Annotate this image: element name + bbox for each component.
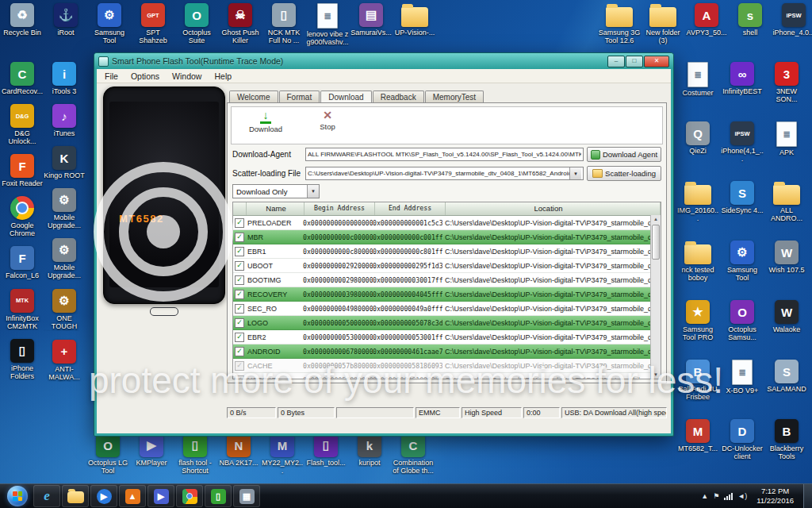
desktop-icon-nck-mtk-full-no[interactable]: ▯NCK MTK Full No ... [263, 3, 304, 46]
taskbar-vlc[interactable]: ▲ [119, 485, 146, 507]
desktop-icon-octoplus-lg-tool[interactable]: OOctoplus LG Tool [87, 433, 128, 475]
row-checkbox[interactable]: ✓ [235, 247, 244, 256]
tab-memorytest[interactable]: MemoryTest [425, 90, 484, 103]
partition-row-uboot[interactable]: ✓UBOOT0x00000000029200000x000000000295f1… [233, 259, 661, 273]
desktop-icon-one-tough-upgrade-s[interactable]: ⚙ONE TOUGH Upgrade-S... [44, 289, 85, 331]
download-agent-button[interactable]: Download Agent [587, 147, 661, 162]
desktop-icon-kingo-root[interactable]: KKingo ROOT [44, 146, 85, 179]
taskbar-windows-explorer[interactable] [62, 485, 89, 507]
maximize-button[interactable]: □ [626, 56, 643, 67]
desktop-icon-shell[interactable]: sshell [730, 3, 771, 44]
taskbar-flash-tool[interactable]: ▯ [205, 485, 232, 507]
scatter-file-field[interactable]: C:\Users\dave\Desktop\UP-Vision-digital-… [305, 167, 584, 180]
row-checkbox[interactable]: ✓ [235, 275, 244, 285]
download-button[interactable]: ↓ Download [243, 110, 289, 133]
scroll-up-icon[interactable]: ▲ [653, 215, 658, 223]
table-scrollbar[interactable]: ▲ ▼ [650, 215, 661, 379]
desktop-icon-anti-malwa-tool[interactable]: +ANTI-MALWA... Tool [44, 340, 85, 382]
partition-row-logo[interactable]: ✓LOGO0x00000000050000000x0000000005078c3… [233, 316, 661, 330]
tab-readback[interactable]: Readback [373, 90, 424, 103]
desktop-icon-samuraivs[interactable]: ▤SamuraiVs... [350, 3, 392, 46]
tab-welcome[interactable]: Welcome [229, 90, 278, 103]
partition-row-mbr[interactable]: ✓MBR0x0000000000c000000x0000000000c001ff… [233, 230, 661, 244]
desktop-icon-sidesync-4[interactable]: SSideSync 4... [722, 181, 763, 241]
partition-row-preloader[interactable]: ✓PRELOADER0x00000000000000000x0000000000… [233, 216, 661, 230]
taskbar-calculator[interactable]: ▦ [233, 485, 260, 507]
taskbar-kmplayer[interactable]: ▶ [147, 485, 174, 507]
mode-dropdown-arrow-icon[interactable]: ▼ [307, 185, 319, 198]
taskbar-media-player[interactable]: ▶ [90, 485, 117, 507]
desktop-icon-nck-tested-boboy[interactable]: nck tested boboy [677, 241, 718, 300]
desktop-icon-dc-unlocker-client[interactable]: DDC-Unlocker client [722, 419, 763, 479]
desktop-icon-walaoke[interactable]: WWalaoke [766, 300, 807, 360]
desktop-icon-lenovo-vibe-z-g900fvashv[interactable]: ≣lenovo vibe z g900fvashv... [307, 3, 348, 46]
volume-icon[interactable]: ◄) [737, 492, 747, 500]
desktop-icon-ghost-push-killer[interactable]: ☠Ghost Push Killer [220, 3, 261, 46]
desktop-icon-infinitybest[interactable]: ∞InfinityBEST [722, 62, 763, 121]
desktop-icon-iroot[interactable]: ⚓iRoot [45, 3, 86, 46]
desktop-icon-samsung-tool[interactable]: ⚙Samsung Tool [89, 3, 130, 46]
desktop-icon-falcon-l6[interactable]: FFalcon_L6 [2, 246, 43, 279]
menu-help[interactable]: Help [208, 71, 238, 82]
desktop-icon-new-folder-3[interactable]: New folder (3) [642, 3, 684, 44]
row-checkbox[interactable]: ✓ [235, 375, 244, 380]
desktop-icon-iphone-4-0[interactable]: iPSWiPhone_4.0... [773, 3, 812, 44]
taskbar-clock[interactable]: 7:12 PM 11/22/2016 [752, 487, 799, 506]
desktop-icon-itools-3[interactable]: iiTools 3 [44, 62, 85, 95]
desktop-icon-wish-107-5[interactable]: WWish 107.5 [766, 241, 807, 300]
menu-window[interactable]: Window [166, 71, 208, 82]
partition-row-ebr2[interactable]: ✓EBR20x00000000053000000x00000000053001f… [233, 330, 661, 344]
desktop-icon-all-andro[interactable]: ALL ANDRO... [766, 181, 807, 241]
desktop-icon-samsung-tool-pro[interactable]: ★Samsung Tool PRO [677, 300, 718, 360]
tray-expand-icon[interactable]: ▲ [701, 492, 708, 500]
title-bar[interactable]: Smart Phone Flash Tool(Runtime Trace Mod… [94, 53, 673, 69]
desktop-icon-apk[interactable]: ≣APK [766, 121, 807, 181]
show-desktop-button[interactable] [803, 484, 812, 508]
action-center-flag-icon[interactable]: ⚑ [713, 492, 719, 500]
row-checkbox[interactable]: ✓ [235, 361, 244, 371]
download-mode-select[interactable]: Download Only ▼ [232, 184, 320, 198]
menu-file[interactable]: File [98, 71, 124, 82]
desktop-icon-mobile-upgrade[interactable]: ⚙Mobile Upgrade... [44, 238, 85, 279]
taskbar-internet-explorer[interactable]: e [33, 485, 60, 507]
close-button[interactable]: ✕ [644, 56, 669, 67]
row-checkbox[interactable]: ✓ [235, 318, 244, 328]
taskbar-chrome[interactable] [176, 485, 203, 507]
desktop-icon-mobile-upgrade[interactable]: ⚙Mobile Upgrade... [44, 188, 85, 229]
desktop-icon-recycle-bin[interactable]: ♻Recycle Bin [2, 3, 43, 46]
desktop-icon-cardrecov[interactable]: CCardRecov... [2, 62, 43, 95]
desktop-icon-flash-tool[interactable]: ▯Flash_tool... [305, 433, 347, 475]
desktop-icon-foxit-reader[interactable]: FFoxit Reader [2, 154, 43, 187]
desktop-icon-avpy3-50[interactable]: AAVPY3_50... [686, 3, 727, 44]
row-checkbox[interactable]: ✓ [235, 347, 244, 356]
row-checkbox[interactable]: ✓ [235, 333, 244, 342]
row-checkbox[interactable]: ✓ [235, 218, 244, 228]
desktop-icon-samsung-3g-tool-12-6[interactable]: Samsung 3G Tool 12.6 [599, 3, 640, 44]
partition-row-recovery[interactable]: ✓RECOVERY0x00000000039800000x00000000040… [233, 287, 661, 302]
desktop-icon-d-g-unlock[interactable]: D&GD&G Unlock... [2, 104, 43, 145]
desktop-icon-infinitybox-cm2mtk[interactable]: MTKInfinityBox CM2MTK [2, 289, 43, 330]
scatter-loading-button[interactable]: Scatter-loading [587, 166, 661, 181]
partition-row-android[interactable]: ✓ANDROID0x00000000067800000x00000000461c… [233, 344, 661, 359]
desktop-icon-itunes[interactable]: ♪iTunes [44, 104, 85, 137]
row-checkbox[interactable]: ✓ [235, 290, 244, 299]
desktop-icon-3new-son[interactable]: 33NEW SON... [766, 62, 807, 121]
desktop-icon-spt-shahzeb[interactable]: GPTSPT Shahzeb [132, 3, 174, 46]
desktop-icon-octoplus-samsu[interactable]: OOctoplus Samsu... [722, 300, 763, 360]
desktop-icon-nba-2k17[interactable]: NNBA 2K17... [218, 433, 259, 475]
row-checkbox[interactable]: ✓ [235, 304, 244, 314]
desktop-icon-salamand[interactable]: SSALAMAND [766, 360, 807, 419]
desktop-icon-mt6582-t[interactable]: MMT6582_T... [677, 419, 718, 479]
partition-row-sec-ro[interactable]: ✓SEC_RO0x00000000049800000x00000000049a0… [233, 302, 661, 316]
desktop-icon-iphone-folders[interactable]: ▯iPhone Folders [2, 339, 43, 380]
desktop-icon-my22-my2[interactable]: MMY22_MY2... [262, 433, 303, 475]
desktop-icon-qiezi[interactable]: QQieZi [677, 121, 718, 181]
desktop-icon-kmplayer[interactable]: ▶KMPlayer [131, 433, 172, 475]
desktop-icon-img-20160[interactable]: IMG_20160... [677, 181, 718, 241]
download-agent-path-field[interactable]: ALL FIRMWARE\FLASHTOOL MTK\SP_Flash_Tool… [305, 148, 584, 161]
desktop-icon-octoplus-suite[interactable]: OOctoplus Suite [176, 3, 217, 46]
stop-button[interactable]: ✕ Stop [304, 110, 350, 131]
desktop-icon-combination-of-globe-th[interactable]: CCombination of Globe th... [393, 433, 434, 475]
scatter-dropdown-arrow-icon[interactable]: ▼ [569, 167, 581, 179]
desktop-icon-samsung-tool[interactable]: ⚙Samsung Tool [722, 241, 763, 300]
